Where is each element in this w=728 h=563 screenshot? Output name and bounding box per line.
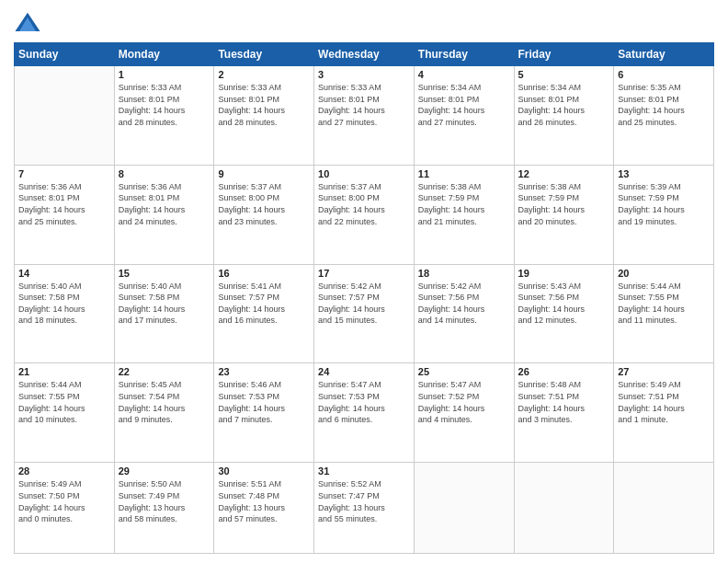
- calendar-table: SundayMondayTuesdayWednesdayThursdayFrid…: [14, 42, 714, 554]
- day-number: 30: [218, 465, 310, 477]
- day-info: Sunrise: 5:40 AM Sunset: 7:58 PM Dayligh…: [18, 281, 110, 327]
- day-number: 13: [618, 168, 710, 179]
- day-info: Sunrise: 5:51 AM Sunset: 7:48 PM Dayligh…: [218, 478, 310, 524]
- day-cell: 15Sunrise: 5:40 AM Sunset: 7:58 PM Dayli…: [114, 264, 214, 363]
- day-number: 28: [18, 465, 110, 477]
- day-number: 26: [518, 366, 610, 377]
- day-info: Sunrise: 5:33 AM Sunset: 8:01 PM Dayligh…: [218, 82, 310, 128]
- day-cell: [614, 463, 714, 554]
- day-cell: 2Sunrise: 5:33 AM Sunset: 8:01 PM Daylig…: [214, 66, 314, 166]
- day-info: Sunrise: 5:33 AM Sunset: 8:01 PM Dayligh…: [119, 82, 210, 128]
- day-cell: 29Sunrise: 5:50 AM Sunset: 7:49 PM Dayli…: [114, 463, 214, 554]
- header-cell-thursday: Thursday: [414, 43, 514, 66]
- day-info: Sunrise: 5:44 AM Sunset: 7:55 PM Dayligh…: [618, 281, 710, 327]
- day-number: 27: [618, 366, 710, 377]
- day-cell: 14Sunrise: 5:40 AM Sunset: 7:58 PM Dayli…: [15, 264, 115, 363]
- day-info: Sunrise: 5:37 AM Sunset: 8:00 PM Dayligh…: [218, 181, 310, 227]
- day-cell: 22Sunrise: 5:45 AM Sunset: 7:54 PM Dayli…: [114, 363, 214, 463]
- day-info: Sunrise: 5:36 AM Sunset: 8:01 PM Dayligh…: [119, 181, 210, 227]
- day-info: Sunrise: 5:41 AM Sunset: 7:57 PM Dayligh…: [218, 281, 310, 327]
- day-number: 16: [218, 268, 310, 279]
- day-cell: 1Sunrise: 5:33 AM Sunset: 8:01 PM Daylig…: [114, 66, 214, 166]
- day-info: Sunrise: 5:39 AM Sunset: 7:59 PM Dayligh…: [618, 181, 710, 227]
- day-cell: [514, 463, 614, 554]
- day-cell: 8Sunrise: 5:36 AM Sunset: 8:01 PM Daylig…: [114, 165, 214, 264]
- day-number: 15: [119, 268, 210, 279]
- header: [14, 9, 714, 37]
- day-cell: 16Sunrise: 5:41 AM Sunset: 7:57 PM Dayli…: [214, 264, 314, 363]
- day-number: 8: [119, 168, 210, 179]
- day-cell: 13Sunrise: 5:39 AM Sunset: 7:59 PM Dayli…: [614, 165, 714, 264]
- week-row-1: 7Sunrise: 5:36 AM Sunset: 8:01 PM Daylig…: [15, 165, 714, 264]
- day-cell: 18Sunrise: 5:42 AM Sunset: 7:56 PM Dayli…: [414, 264, 514, 363]
- day-info: Sunrise: 5:52 AM Sunset: 7:47 PM Dayligh…: [318, 478, 410, 524]
- day-cell: [15, 66, 115, 166]
- day-info: Sunrise: 5:45 AM Sunset: 7:54 PM Dayligh…: [119, 379, 210, 425]
- logo: [14, 9, 45, 37]
- day-info: Sunrise: 5:49 AM Sunset: 7:50 PM Dayligh…: [18, 478, 110, 524]
- day-number: 6: [618, 69, 710, 80]
- day-cell: 23Sunrise: 5:46 AM Sunset: 7:53 PM Dayli…: [214, 363, 314, 463]
- day-number: 3: [318, 69, 410, 80]
- day-cell: 19Sunrise: 5:43 AM Sunset: 7:56 PM Dayli…: [514, 264, 614, 363]
- day-number: 23: [218, 366, 310, 377]
- week-row-2: 14Sunrise: 5:40 AM Sunset: 7:58 PM Dayli…: [15, 264, 714, 363]
- day-info: Sunrise: 5:34 AM Sunset: 8:01 PM Dayligh…: [418, 82, 510, 128]
- header-row: SundayMondayTuesdayWednesdayThursdayFrid…: [15, 43, 714, 66]
- day-cell: 4Sunrise: 5:34 AM Sunset: 8:01 PM Daylig…: [414, 66, 514, 166]
- day-info: Sunrise: 5:38 AM Sunset: 7:59 PM Dayligh…: [518, 181, 610, 227]
- day-number: 29: [119, 465, 210, 477]
- day-cell: 11Sunrise: 5:38 AM Sunset: 7:59 PM Dayli…: [414, 165, 514, 264]
- day-info: Sunrise: 5:47 AM Sunset: 7:53 PM Dayligh…: [318, 379, 410, 425]
- header-cell-sunday: Sunday: [15, 43, 115, 66]
- day-number: 14: [18, 268, 110, 279]
- day-number: 11: [418, 168, 510, 179]
- day-number: 25: [418, 366, 510, 377]
- day-info: Sunrise: 5:35 AM Sunset: 8:01 PM Dayligh…: [618, 82, 710, 128]
- day-info: Sunrise: 5:43 AM Sunset: 7:56 PM Dayligh…: [518, 281, 610, 327]
- day-number: 12: [518, 168, 610, 179]
- page: SundayMondayTuesdayWednesdayThursdayFrid…: [0, 0, 728, 563]
- day-cell: [414, 463, 514, 554]
- day-cell: 20Sunrise: 5:44 AM Sunset: 7:55 PM Dayli…: [614, 264, 714, 363]
- day-info: Sunrise: 5:47 AM Sunset: 7:52 PM Dayligh…: [418, 379, 510, 425]
- day-cell: 10Sunrise: 5:37 AM Sunset: 8:00 PM Dayli…: [314, 165, 415, 264]
- day-cell: 28Sunrise: 5:49 AM Sunset: 7:50 PM Dayli…: [15, 463, 115, 554]
- day-info: Sunrise: 5:37 AM Sunset: 8:00 PM Dayligh…: [318, 181, 410, 227]
- day-number: 4: [418, 69, 510, 80]
- day-cell: 3Sunrise: 5:33 AM Sunset: 8:01 PM Daylig…: [314, 66, 415, 166]
- day-info: Sunrise: 5:38 AM Sunset: 7:59 PM Dayligh…: [418, 181, 510, 227]
- day-info: Sunrise: 5:33 AM Sunset: 8:01 PM Dayligh…: [318, 82, 410, 128]
- day-info: Sunrise: 5:42 AM Sunset: 7:56 PM Dayligh…: [418, 281, 510, 327]
- day-number: 21: [18, 366, 110, 377]
- day-cell: 24Sunrise: 5:47 AM Sunset: 7:53 PM Dayli…: [314, 363, 415, 463]
- day-info: Sunrise: 5:44 AM Sunset: 7:55 PM Dayligh…: [18, 379, 110, 425]
- day-number: 10: [318, 168, 410, 179]
- day-number: 22: [119, 366, 210, 377]
- week-row-4: 28Sunrise: 5:49 AM Sunset: 7:50 PM Dayli…: [15, 463, 714, 554]
- day-number: 1: [119, 69, 210, 80]
- day-info: Sunrise: 5:40 AM Sunset: 7:58 PM Dayligh…: [119, 281, 210, 327]
- day-number: 9: [218, 168, 310, 179]
- header-cell-saturday: Saturday: [614, 43, 714, 66]
- day-number: 7: [18, 168, 110, 179]
- day-number: 17: [318, 268, 410, 279]
- week-row-0: 1Sunrise: 5:33 AM Sunset: 8:01 PM Daylig…: [15, 66, 714, 166]
- day-cell: 26Sunrise: 5:48 AM Sunset: 7:51 PM Dayli…: [514, 363, 614, 463]
- day-info: Sunrise: 5:48 AM Sunset: 7:51 PM Dayligh…: [518, 379, 610, 425]
- day-cell: 9Sunrise: 5:37 AM Sunset: 8:00 PM Daylig…: [214, 165, 314, 264]
- day-number: 2: [218, 69, 310, 80]
- day-info: Sunrise: 5:49 AM Sunset: 7:51 PM Dayligh…: [618, 379, 710, 425]
- day-number: 24: [318, 366, 410, 377]
- day-number: 19: [518, 268, 610, 279]
- day-cell: 27Sunrise: 5:49 AM Sunset: 7:51 PM Dayli…: [614, 363, 714, 463]
- day-info: Sunrise: 5:50 AM Sunset: 7:49 PM Dayligh…: [119, 478, 210, 524]
- day-cell: 30Sunrise: 5:51 AM Sunset: 7:48 PM Dayli…: [214, 463, 314, 554]
- day-number: 20: [618, 268, 710, 279]
- day-number: 5: [518, 69, 610, 80]
- week-row-3: 21Sunrise: 5:44 AM Sunset: 7:55 PM Dayli…: [15, 363, 714, 463]
- header-cell-wednesday: Wednesday: [314, 43, 415, 66]
- day-info: Sunrise: 5:36 AM Sunset: 8:01 PM Dayligh…: [18, 181, 110, 227]
- day-cell: 7Sunrise: 5:36 AM Sunset: 8:01 PM Daylig…: [15, 165, 115, 264]
- logo-icon: [14, 9, 41, 37]
